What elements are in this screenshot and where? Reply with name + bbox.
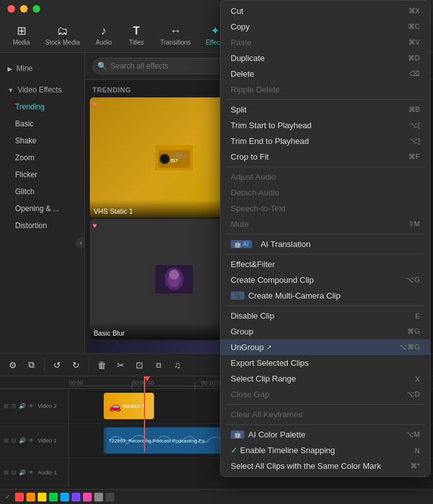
ctx-cut[interactable]: Cut ⌘X — [221, 3, 430, 19]
ctx-compound-shortcut: ⌥G — [406, 276, 420, 284]
swatch-orange[interactable] — [26, 493, 35, 501]
v2-track-label: Video 2 — [38, 403, 57, 409]
ctx-mute[interactable]: Mute ⇧M — [221, 216, 430, 232]
ctx-trim-end[interactable]: Trim End to Playhead ⌥] — [221, 133, 430, 149]
trending-label: Trending — [15, 102, 45, 111]
left-sidebar: ▶ Mine ▼ Video Effects Trending Basic Sh… — [0, 53, 85, 353]
ctx-select-color-mark[interactable]: Select All Clips with the Same Color Mar… — [221, 458, 430, 474]
ctx-group[interactable]: Group ⌘G — [221, 324, 430, 339]
sidebar-item-basic[interactable]: Basic — [3, 116, 82, 132]
ctx-close-gap-label: Close Gap — [231, 390, 269, 399]
swatch-yellow[interactable] — [38, 493, 47, 501]
swatch-gray[interactable] — [94, 493, 103, 501]
tl-crop-button[interactable]: ⊡ — [132, 358, 147, 373]
ctx-crop[interactable]: Crop to Fit ⌘F — [221, 149, 430, 165]
ctx-split[interactable]: Split ⌘B — [221, 102, 430, 118]
svg-point-12 — [169, 270, 179, 280]
v2-icon: ⊞ — [4, 403, 9, 409]
ctx-compound[interactable]: Create Compound Clip ⌥G — [221, 272, 430, 288]
ctx-ripple-delete[interactable]: Ripple Delete — [221, 82, 430, 97]
ctx-adjust-audio[interactable]: Adjust Audio — [221, 169, 430, 185]
v2-eye[interactable]: 👁 — [28, 403, 34, 409]
swatch-pink[interactable] — [83, 493, 92, 501]
tl-clip-btn[interactable]: ⧉ — [24, 358, 39, 373]
tl-cut-button[interactable]: ✂ — [113, 358, 128, 373]
ctx-close-gap[interactable]: Close Gap ⌥D — [221, 386, 430, 402]
ctx-adjust-audio-label: Adjust Audio — [231, 172, 276, 182]
swatch-green[interactable] — [49, 493, 58, 501]
a1-icon: ⊞ — [4, 469, 9, 476]
ctx-copy-label: Copy — [231, 22, 249, 31]
ctx-copy[interactable]: Copy ⌘C — [221, 19, 430, 35]
swatch-blue[interactable] — [60, 493, 69, 501]
ctx-delete[interactable]: Delete ⌫ — [221, 66, 430, 82]
ctx-ai-translation[interactable]: 🤖 AI AI Translation — [221, 236, 430, 252]
toolbar-titles[interactable]: T Titles — [121, 21, 151, 50]
ctx-paste[interactable]: Paste ⌘V — [221, 35, 430, 50]
ctx-disable[interactable]: Disable Clip E — [221, 308, 430, 324]
ctx-divider-2 — [226, 167, 425, 167]
sidebar-item-trending[interactable]: Trending — [3, 99, 82, 115]
swatch-red[interactable] — [15, 493, 24, 501]
swatch-dark[interactable] — [106, 493, 114, 501]
ctx-ai-color-inner: 🤖 AI Color Palette — [231, 430, 305, 439]
minimize-button[interactable] — [20, 5, 28, 13]
ctx-trim-start[interactable]: Trim Start to Playhead ⌥[ — [221, 118, 430, 133]
sidebar-item-glitch[interactable]: Glitch — [3, 184, 82, 200]
ctx-duplicate-shortcut: ⌘D — [408, 54, 420, 62]
toolbar-stock[interactable]: 🗂 Stock Media — [39, 21, 86, 50]
sidebar-item-opening[interactable]: Opening & ... — [3, 200, 82, 217]
toolbar-stock-label: Stock Media — [45, 39, 80, 46]
ctx-timeline-snapping[interactable]: ✓ Enable Timeline Snapping N — [221, 442, 430, 458]
tl-redo-button[interactable]: ↻ — [69, 358, 84, 373]
ctx-clear-keyframes[interactable]: Clear All Keyframes — [221, 407, 430, 422]
mine-header[interactable]: ▶ Mine — [0, 60, 84, 77]
ctx-paste-shortcut: ⌘V — [408, 38, 420, 47]
toolbar-audio[interactable]: ♪ Audio — [89, 21, 119, 50]
tl-audio-button[interactable]: ♫ — [170, 358, 185, 373]
clip-podcast[interactable]: 722869_Recording Podcast Podcasting Po..… — [104, 427, 229, 454]
ai-badge-color: 🤖 — [231, 430, 244, 439]
media-icon: ⊞ — [17, 24, 26, 38]
sidebar-item-zoom[interactable]: Zoom — [3, 150, 82, 166]
sidebar-item-flicker[interactable]: Flicker — [3, 167, 82, 183]
ctx-ungroup[interactable]: UnGroup ↗ ⌥⌘G — [221, 339, 430, 355]
toolbar-media[interactable]: ⊞ Media — [6, 20, 36, 50]
ctx-color-mark-label: Select All Clips with the Same Color Mar… — [231, 461, 381, 471]
close-button[interactable] — [8, 5, 15, 13]
ctx-speech-to-text[interactable]: Speech-to-Text — [221, 200, 430, 216]
v1-eye[interactable]: 👁 — [28, 437, 34, 444]
track-labels: ⊞ ⊟ 🔊 👁 Video 2 ⊞ ⊟ 🔊 👁 Video 1 ⊞ ⊟ 🔊 👁 — [0, 376, 69, 489]
a1-eye[interactable]: 👁 — [28, 469, 34, 476]
sidebar-item-shake[interactable]: Shake — [3, 133, 82, 149]
sidebar-item-distortion[interactable]: Distortion — [3, 217, 82, 234]
video-effects-header[interactable]: ▼ Video Effects — [0, 82, 84, 98]
tl-settings-button[interactable]: ⚙ — [5, 358, 20, 373]
ctx-crop-label: Crop to Fit — [231, 152, 269, 162]
tl-transform-button[interactable]: ⧈ — [151, 358, 166, 373]
ctx-select-range[interactable]: Select Clip Range X — [221, 371, 430, 386]
maximize-button[interactable] — [33, 5, 40, 13]
blur-heart-icon: ♥ — [92, 221, 97, 230]
mine-label: Mine — [16, 64, 33, 73]
ctx-multicam[interactable]: 🎥 Create Multi-Camera Clip — [221, 288, 430, 304]
ctx-detach-audio[interactable]: Detach Audio — [221, 185, 430, 200]
ctx-check-mark: ✓ — [231, 446, 238, 455]
swatch-purple[interactable] — [72, 493, 80, 501]
svg-point-3 — [162, 156, 168, 162]
sidebar-collapse-button[interactable]: ‹ — [75, 237, 85, 248]
ctx-copy-shortcut: ⌘C — [408, 23, 420, 31]
ctx-duplicate[interactable]: Duplicate ⌘D — [221, 50, 430, 66]
ctx-ai-color[interactable]: 🤖 AI Color Palette ⌥M — [221, 427, 430, 442]
ctx-select-range-label: Select Clip Range — [231, 374, 296, 383]
tl-undo-button[interactable]: ↺ — [50, 358, 65, 373]
tl-delete-button[interactable]: 🗑 — [94, 358, 109, 373]
audio-icon: ♪ — [101, 25, 107, 38]
stock-icon: 🗂 — [57, 25, 69, 38]
ctx-export-selected[interactable]: Export Selected Clips — [221, 355, 430, 371]
v1-icon2: ⊟ — [11, 437, 16, 444]
clip-mexico[interactable]: 🚗 Mexico P... — [104, 393, 154, 419]
svg-rect-4 — [173, 154, 185, 158]
ctx-effect-filter[interactable]: Effect&Filter — [221, 256, 430, 272]
toolbar-transitions[interactable]: ↔ Transitions — [154, 21, 197, 50]
